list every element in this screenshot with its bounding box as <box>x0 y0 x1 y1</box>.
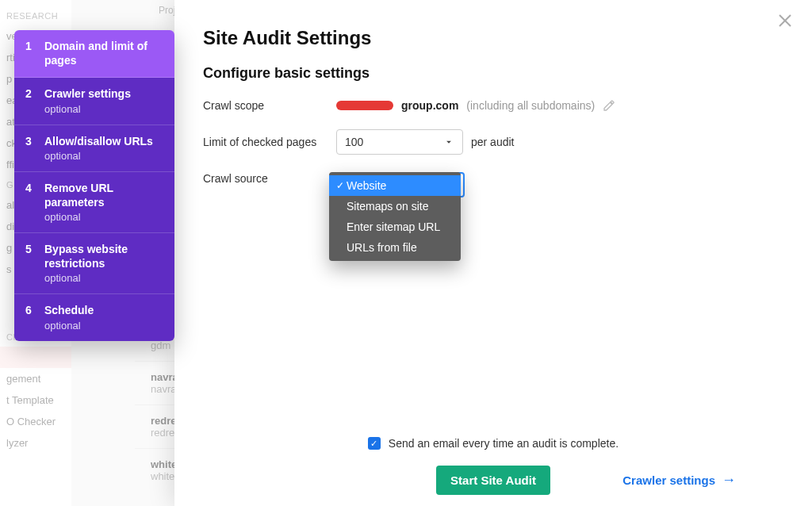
step-1-domain-limit[interactable]: 1 Domain and limit of pages <box>14 30 174 78</box>
chevron-down-icon <box>443 136 454 148</box>
email-checkbox[interactable]: ✓ <box>368 437 381 450</box>
crawl-source-option-website[interactable]: ✓ Website <box>329 175 461 196</box>
crawl-scope-row: Crawl scope group.com (including all sub… <box>203 99 783 112</box>
settings-steps-panel: 1 Domain and limit of pages 2 Crawler se… <box>14 30 174 341</box>
check-icon: ✓ <box>335 180 345 191</box>
modal-subtitle: Configure basic settings <box>203 65 783 82</box>
modal-title: Site Audit Settings <box>203 27 783 49</box>
limit-row: Limit of checked pages 100 per audit <box>203 129 783 155</box>
crawler-settings-link[interactable]: Crawler settings → <box>622 472 736 489</box>
edit-icon[interactable] <box>603 99 615 112</box>
subdomain-note: (including all subdomains) <box>466 99 595 112</box>
crawl-source-dropdown[interactable]: ✓ Website Sitemaps on site Enter sitemap… <box>329 172 461 261</box>
email-text: Send an email every time an audit is com… <box>389 437 619 450</box>
crawl-source-option-sitemaps[interactable]: Sitemaps on site <box>329 196 461 217</box>
limit-value: 100 <box>345 136 363 148</box>
close-icon[interactable] <box>776 11 795 30</box>
step-5-bypass-restrictions[interactable]: 5 Bypass website restrictionsoptional <box>14 233 174 294</box>
step-2-crawler-settings[interactable]: 2 Crawler settingsoptional <box>14 78 174 125</box>
step-3-allow-disallow[interactable]: 3 Allow/disallow URLsoptional <box>14 125 174 173</box>
limit-select[interactable]: 100 <box>336 129 463 155</box>
site-audit-settings-modal: Site Audit Settings Configure basic sett… <box>174 0 812 506</box>
arrow-right-icon: → <box>722 472 736 489</box>
domain-suffix: group.com <box>401 99 458 112</box>
step-4-remove-url-params[interactable]: 4 Remove URL parametersoptional <box>14 172 174 233</box>
domain-redacted <box>336 101 393 110</box>
crawl-scope-label: Crawl scope <box>203 99 336 112</box>
limit-label: Limit of checked pages <box>203 136 336 148</box>
start-site-audit-button[interactable]: Start Site Audit <box>436 466 550 495</box>
step-6-schedule[interactable]: 6 Scheduleoptional <box>14 294 174 341</box>
per-audit-text: per audit <box>471 136 514 148</box>
crawl-source-option-from-file[interactable]: URLs from file <box>329 237 461 258</box>
crawl-source-option-enter-url[interactable]: Enter sitemap URL <box>329 217 461 237</box>
crawl-source-label: Crawl source <box>203 172 336 185</box>
crawl-source-row: Crawl source ✓ Website Sitemaps on site … <box>203 172 783 185</box>
email-checkbox-row: ✓ Send an email every time an audit is c… <box>203 437 783 450</box>
